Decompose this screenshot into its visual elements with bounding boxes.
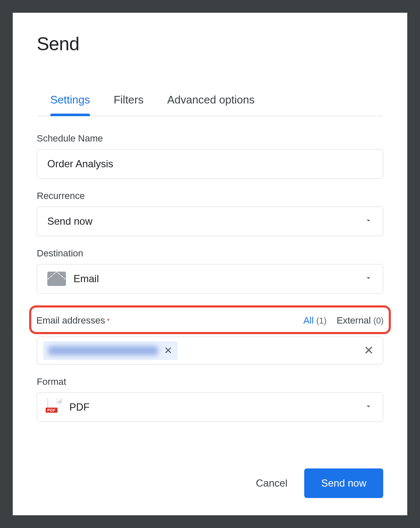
dialog-footer: Cancel Send now — [37, 456, 383, 498]
tab-advanced-options[interactable]: Advanced options — [167, 93, 255, 116]
all-label: All — [303, 315, 314, 326]
cancel-button[interactable]: Cancel — [256, 477, 288, 489]
remove-chip-icon[interactable]: ✕ — [164, 346, 172, 356]
email-counts: All (1) External (0) — [303, 315, 384, 326]
email-addresses-input[interactable]: ✕ ✕ — [37, 337, 383, 365]
caret-down-icon — [364, 273, 373, 285]
destination-group: Destination Email — [37, 248, 383, 294]
schedule-name-input[interactable] — [37, 149, 383, 179]
external-label: External — [337, 315, 371, 326]
email-addresses-highlight: Email addresses * All (1) External (0) — [29, 305, 391, 334]
send-now-button[interactable]: Send now — [304, 468, 383, 498]
schedule-name-group: Schedule Name — [37, 133, 383, 179]
format-select[interactable]: PDF PDF — [37, 392, 383, 422]
format-value: PDF — [69, 401, 90, 413]
recurrence-label: Recurrence — [37, 191, 383, 201]
email-icon — [47, 272, 66, 286]
caret-down-icon — [364, 401, 373, 413]
email-filter-external[interactable]: External (0) — [337, 315, 384, 326]
caret-down-icon — [364, 215, 373, 227]
format-group: Format PDF PDF — [37, 376, 383, 422]
tab-filters[interactable]: Filters — [114, 93, 144, 116]
dialog-title: Send — [37, 33, 383, 54]
recurrence-group: Recurrence Send now — [37, 191, 383, 236]
destination-label: Destination — [37, 248, 383, 259]
format-label: Format — [37, 376, 383, 387]
email-addresses-label-wrap: Email addresses * — [36, 315, 109, 326]
all-count: (1) — [316, 316, 326, 326]
email-filter-all[interactable]: All (1) — [303, 315, 327, 326]
email-chip-text — [48, 346, 158, 355]
external-count: (0) — [374, 316, 384, 326]
email-addresses-label: Email addresses — [36, 315, 105, 326]
pdf-icon: PDF — [47, 398, 62, 416]
destination-value: Email — [74, 273, 99, 285]
required-indicator: * — [107, 318, 109, 325]
tab-settings[interactable]: Settings — [50, 93, 90, 116]
send-dialog: Send Settings Filters Advanced options S… — [13, 13, 407, 515]
destination-select[interactable]: Email — [37, 264, 383, 294]
tabs: Settings Filters Advanced options — [37, 93, 383, 116]
recurrence-select[interactable]: Send now — [37, 207, 383, 236]
email-chip: ✕ — [43, 341, 177, 360]
recurrence-value: Send now — [47, 215, 93, 227]
schedule-name-label: Schedule Name — [37, 133, 383, 144]
clear-all-icon[interactable]: ✕ — [364, 345, 374, 357]
